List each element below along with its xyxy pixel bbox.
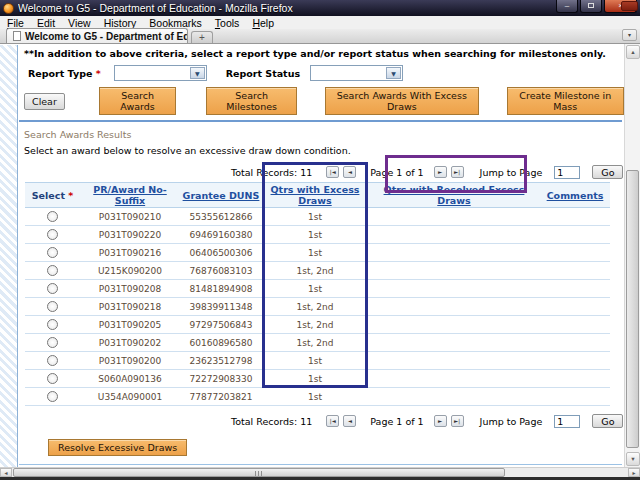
scroll-right-icon[interactable]: ► bbox=[628, 468, 640, 477]
scroll-down-icon[interactable]: ▼ bbox=[626, 452, 640, 466]
vertical-scrollbar-thumb[interactable] bbox=[626, 170, 639, 448]
award-number-cell: P031T090216 bbox=[80, 248, 180, 258]
table-row: U354A090001 77877203821 1st bbox=[25, 388, 610, 406]
award-number-cell: P031T090200 bbox=[80, 356, 180, 366]
select-award-radio[interactable] bbox=[47, 337, 58, 348]
maximize-icon bbox=[588, 3, 594, 8]
title-bar[interactable]: Welcome to G5 - Department of Education … bbox=[0, 0, 640, 16]
grantee-duns-cell: 76876083103 bbox=[180, 266, 262, 276]
window-title: Welcome to G5 - Department of Education … bbox=[18, 2, 293, 14]
menu-bookmarks[interactable]: Bookmarks bbox=[149, 17, 202, 29]
create-milestone-mass-button[interactable]: Create Milestone in Mass bbox=[507, 87, 624, 115]
grantee-duns-cell: 81481894908 bbox=[180, 284, 262, 294]
combo-arrow-icon[interactable]: ▼ bbox=[386, 67, 401, 79]
menu-view[interactable]: View bbox=[68, 17, 91, 29]
report-form-row: Report Type * ▼ Report Status ▼ bbox=[28, 65, 624, 81]
go-button[interactable]: Go bbox=[592, 414, 623, 428]
next-page-button[interactable]: ► bbox=[434, 415, 447, 427]
select-award-radio[interactable] bbox=[47, 283, 58, 294]
select-award-radio[interactable] bbox=[47, 319, 58, 330]
qtrs-excess-cell: 1st bbox=[262, 392, 368, 402]
annotation-box-qtrs-resolved bbox=[385, 155, 527, 193]
firefox-icon bbox=[3, 3, 14, 14]
grantee-duns-cell: 60160896580 bbox=[180, 338, 262, 348]
select-cell bbox=[25, 283, 80, 294]
tab-bar: Welcome to G5 - Department of Edu... + ▾ bbox=[0, 29, 640, 44]
horizontal-scrollbar[interactable]: ◄ ► bbox=[0, 467, 640, 477]
results-section-title: Search Awards Results bbox=[24, 129, 624, 140]
results-instruction: Select an award below to resolve an exce… bbox=[24, 145, 624, 156]
search-awards-button[interactable]: Search Awards bbox=[99, 87, 176, 115]
grantee-duns-cell: 69469160380 bbox=[180, 230, 262, 240]
jump-to-page-input[interactable] bbox=[554, 166, 580, 179]
comments-column-header[interactable]: Comments bbox=[540, 190, 610, 201]
clear-button[interactable]: Clear bbox=[24, 93, 65, 110]
last-page-button[interactable]: ►| bbox=[451, 415, 464, 427]
search-milestones-button[interactable]: Search Milestones bbox=[206, 87, 297, 115]
report-type-select[interactable]: ▼ bbox=[114, 65, 207, 81]
required-asterisk: * bbox=[96, 68, 101, 79]
combo-arrow-icon[interactable]: ▼ bbox=[190, 67, 205, 79]
maximize-button[interactable] bbox=[580, 0, 602, 13]
select-award-radio[interactable] bbox=[47, 301, 58, 312]
select-award-radio[interactable] bbox=[47, 373, 58, 384]
first-page-icon: |◄ bbox=[330, 418, 336, 424]
select-award-radio[interactable] bbox=[47, 211, 58, 222]
report-status-label: Report Status bbox=[226, 68, 300, 79]
award-number-cell: U354A090001 bbox=[80, 392, 180, 402]
footer-divider bbox=[19, 464, 622, 465]
menu-file[interactable]: File bbox=[7, 17, 24, 29]
award-number-cell: P031T090202 bbox=[80, 338, 180, 348]
menu-edit[interactable]: Edit bbox=[37, 17, 55, 29]
select-award-radio[interactable] bbox=[47, 391, 58, 402]
award-number-cell: P031T090208 bbox=[80, 284, 180, 294]
criteria-note: **In addition to above criteria, select … bbox=[24, 48, 624, 59]
select-award-radio[interactable] bbox=[47, 355, 58, 366]
select-cell bbox=[25, 265, 80, 276]
award-column-header[interactable]: PR/Award No-Suffix bbox=[80, 184, 180, 206]
select-column-header: Select * bbox=[25, 190, 80, 201]
menu-history[interactable]: History bbox=[104, 17, 137, 29]
new-tab-button[interactable]: + bbox=[191, 31, 213, 43]
report-status-select[interactable]: ▼ bbox=[310, 65, 403, 81]
grantee-duns-cell: 77877203821 bbox=[180, 392, 262, 402]
vertical-scrollbar[interactable]: ▲ ▼ bbox=[624, 44, 640, 467]
select-award-radio[interactable] bbox=[47, 265, 58, 276]
select-cell bbox=[25, 355, 80, 366]
scroll-up-icon[interactable]: ▲ bbox=[626, 45, 640, 59]
minimize-button[interactable]: – bbox=[556, 0, 578, 13]
prev-page-button[interactable]: ◄ bbox=[343, 415, 356, 427]
select-cell bbox=[25, 247, 80, 258]
award-number-cell: P031T090210 bbox=[80, 212, 180, 222]
menu-tools[interactable]: Tools bbox=[215, 17, 240, 29]
next-page-icon: ► bbox=[438, 418, 442, 424]
tab-welcome-g5[interactable]: Welcome to G5 - Department of Edu... bbox=[6, 28, 188, 43]
jump-to-page-input[interactable] bbox=[554, 415, 580, 428]
search-awards-excess-draws-button[interactable]: Search Awards With Excess Draws bbox=[325, 87, 479, 115]
scrollbar-grip-icon bbox=[255, 471, 263, 476]
tab-list-button[interactable]: ▾ bbox=[622, 29, 637, 41]
menu-help[interactable]: Help bbox=[252, 17, 274, 29]
select-cell bbox=[25, 301, 80, 312]
select-award-radio[interactable] bbox=[47, 229, 58, 240]
go-button[interactable]: Go bbox=[592, 165, 623, 179]
first-page-button[interactable]: |◄ bbox=[326, 415, 339, 427]
last-page-icon: ►| bbox=[454, 418, 460, 424]
grantee-duns-cell: 06406500306 bbox=[180, 248, 262, 258]
total-records-label: Total Records: 11 bbox=[231, 416, 312, 427]
grantee-duns-cell: 97297506843 bbox=[180, 320, 262, 330]
horizontal-scrollbar-thumb[interactable] bbox=[13, 468, 505, 477]
select-award-radio[interactable] bbox=[47, 247, 58, 258]
section-divider bbox=[19, 120, 622, 122]
scroll-left-icon[interactable]: ◄ bbox=[0, 468, 12, 477]
annotation-box-qtrs-excess bbox=[262, 162, 368, 388]
duns-column-header[interactable]: Grantee DUNS bbox=[180, 190, 262, 201]
menu-bar-red-badge bbox=[621, 1, 638, 11]
grantee-duns-cell: 39839911348 bbox=[180, 302, 262, 312]
award-number-cell: P031T090218 bbox=[80, 302, 180, 312]
resolve-excessive-draws-button[interactable]: Resolve Excessive Draws bbox=[48, 439, 187, 456]
select-cell bbox=[25, 373, 80, 384]
award-number-cell: P031T090205 bbox=[80, 320, 180, 330]
jump-to-page-label: Jump to Page bbox=[480, 416, 543, 427]
select-cell bbox=[25, 211, 80, 222]
